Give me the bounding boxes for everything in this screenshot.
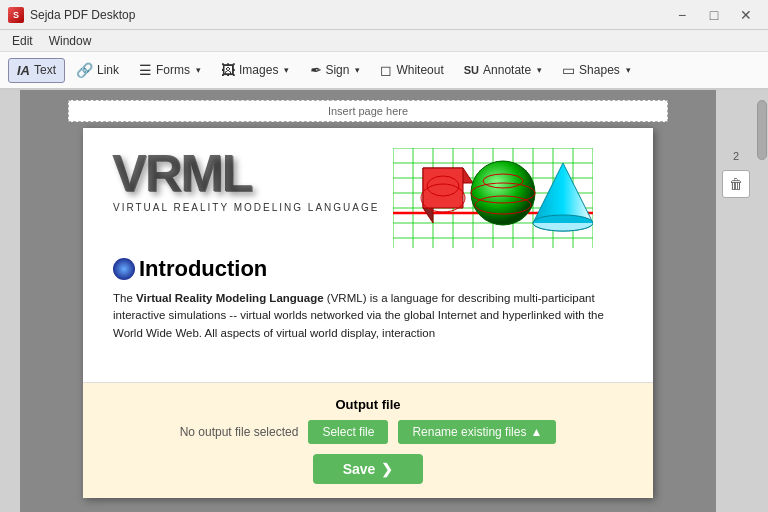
forms-icon: ☰ bbox=[139, 62, 152, 78]
right-sidebar: 2 🗑 bbox=[716, 90, 756, 512]
tool-whiteout-button[interactable]: ◻ Whiteout bbox=[371, 57, 452, 83]
document-page: VRML VIRTUAL REALITY MODELING LANGUAGE bbox=[83, 128, 653, 498]
output-panel-title: Output file bbox=[103, 397, 633, 412]
intro-heading-text: Introduction bbox=[139, 256, 267, 282]
rename-button[interactable]: Rename existing files ▲ bbox=[398, 420, 556, 444]
tool-link-button[interactable]: 🔗 Link bbox=[67, 57, 128, 83]
close-button[interactable]: ✕ bbox=[732, 5, 760, 25]
output-file-row: No output file selected Select file Rena… bbox=[103, 420, 633, 444]
intro-paragraph-1: The Virtual Reality Modeling Language (V… bbox=[113, 290, 623, 342]
forms-arrow-icon: ▾ bbox=[196, 65, 201, 75]
sign-arrow-icon: ▾ bbox=[355, 65, 360, 75]
tool-text-button[interactable]: IA Text bbox=[8, 58, 65, 83]
page-container: Insert page here VRML VIRTUAL REALITY MO… bbox=[20, 90, 716, 512]
save-label: Save bbox=[343, 461, 376, 477]
maximize-button[interactable]: □ bbox=[700, 5, 728, 25]
scrollbar-thumb[interactable] bbox=[757, 100, 767, 160]
save-arrow-icon: ❯ bbox=[381, 461, 393, 477]
annotate-icon: SU bbox=[464, 64, 479, 76]
shapes-arrow-icon: ▾ bbox=[626, 65, 631, 75]
tool-sign-button[interactable]: ✒ Sign ▾ bbox=[300, 57, 369, 83]
select-file-button[interactable]: Select file bbox=[308, 420, 388, 444]
output-panel: Output file No output file selected Sele… bbox=[83, 382, 653, 498]
svg-marker-23 bbox=[423, 168, 463, 208]
images-arrow-icon: ▾ bbox=[284, 65, 289, 75]
text-tool-icon: IA bbox=[17, 63, 30, 78]
annotate-arrow-icon: ▾ bbox=[537, 65, 542, 75]
delete-page-button[interactable]: 🗑 bbox=[722, 170, 750, 198]
tool-link-label: Link bbox=[97, 63, 119, 77]
images-icon: 🖼 bbox=[221, 62, 235, 78]
vrml-logo: VRML bbox=[113, 148, 393, 200]
svg-point-27 bbox=[471, 161, 535, 225]
page-number: 2 bbox=[733, 150, 739, 162]
main-area: Insert page here VRML VIRTUAL REALITY MO… bbox=[0, 90, 768, 512]
whiteout-icon: ◻ bbox=[380, 62, 392, 78]
rename-label: Rename existing files bbox=[412, 425, 526, 439]
shapes-icon: ▭ bbox=[562, 62, 575, 78]
window-controls: − □ ✕ bbox=[668, 5, 760, 25]
save-button[interactable]: Save ❯ bbox=[313, 454, 424, 484]
minimize-button[interactable]: − bbox=[668, 5, 696, 25]
vrml-subtitle: VIRTUAL REALITY MODELING LANGUAGE bbox=[113, 202, 393, 213]
tool-forms-button[interactable]: ☰ Forms ▾ bbox=[130, 57, 210, 83]
tool-sign-label: Sign bbox=[325, 63, 349, 77]
tool-whiteout-label: Whiteout bbox=[396, 63, 443, 77]
menu-edit[interactable]: Edit bbox=[4, 32, 41, 50]
scrollbar[interactable] bbox=[756, 90, 768, 512]
tool-images-label: Images bbox=[239, 63, 278, 77]
left-gutter bbox=[0, 90, 20, 512]
titlebar: S Sejda PDF Desktop − □ ✕ bbox=[0, 0, 768, 30]
toolbar: IA Text 🔗 Link ☰ Forms ▾ 🖼 Images ▾ ✒ Si… bbox=[0, 52, 768, 90]
tool-shapes-button[interactable]: ▭ Shapes ▾ bbox=[553, 57, 640, 83]
tool-annotate-label: Annotate bbox=[483, 63, 531, 77]
save-row: Save ❯ bbox=[103, 454, 633, 484]
vrml-logo-area: VRML VIRTUAL REALITY MODELING LANGUAGE bbox=[113, 148, 393, 213]
vrml-header: VRML VIRTUAL REALITY MODELING LANGUAGE bbox=[113, 148, 623, 248]
tool-shapes-label: Shapes bbox=[579, 63, 620, 77]
tool-images-button[interactable]: 🖼 Images ▾ bbox=[212, 57, 298, 83]
insert-page-bar[interactable]: Insert page here bbox=[68, 100, 668, 122]
tool-forms-label: Forms bbox=[156, 63, 190, 77]
menubar: Edit Window bbox=[0, 30, 768, 52]
tool-annotate-button[interactable]: SU Annotate ▾ bbox=[455, 58, 551, 82]
sign-icon: ✒ bbox=[309, 62, 321, 78]
link-icon: 🔗 bbox=[76, 62, 93, 78]
rename-arrow-icon: ▲ bbox=[530, 425, 542, 439]
intro-heading: Introduction bbox=[113, 256, 623, 282]
app-title: Sejda PDF Desktop bbox=[30, 8, 668, 22]
no-file-label: No output file selected bbox=[180, 425, 299, 439]
app-icon: S bbox=[8, 7, 24, 23]
intro-icon bbox=[113, 258, 135, 280]
vrml-graphic bbox=[393, 148, 593, 248]
vrml-image-area bbox=[393, 148, 623, 248]
delete-icon: 🗑 bbox=[729, 176, 743, 192]
intro-section: Introduction The Virtual Reality Modelin… bbox=[113, 256, 623, 342]
tool-text-label: Text bbox=[34, 63, 56, 77]
menu-window[interactable]: Window bbox=[41, 32, 100, 50]
